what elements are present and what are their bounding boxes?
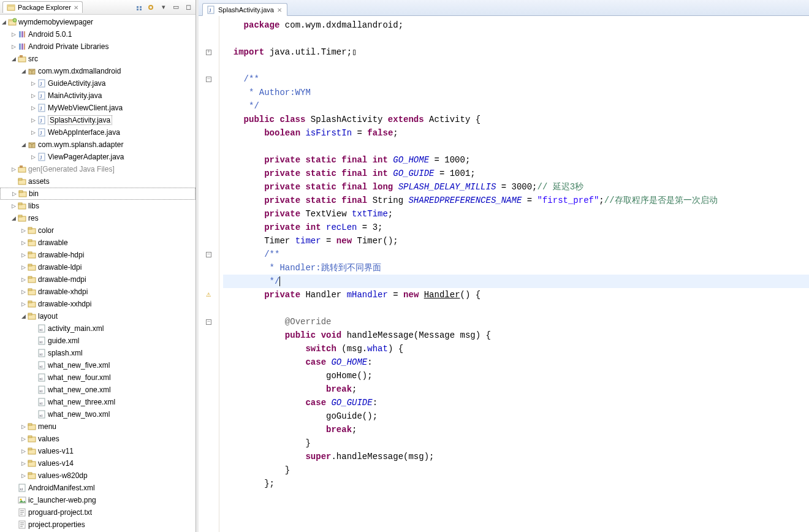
gutter-mark[interactable] bbox=[199, 113, 219, 126]
gutter-mark[interactable] bbox=[199, 153, 219, 167]
tree-item[interactable]: ▷drawable-hdpi bbox=[0, 249, 196, 261]
gutter-mark[interactable] bbox=[199, 342, 219, 355]
explorer-tab-close-icon[interactable]: ✕ bbox=[74, 4, 78, 11]
chevron-right-icon[interactable]: ▷ bbox=[20, 288, 27, 295]
gutter-mark[interactable] bbox=[199, 32, 219, 45]
tree-item[interactable]: ▷drawable-ldpi bbox=[0, 261, 196, 273]
gutter-mark[interactable]: − bbox=[199, 248, 219, 261]
chevron-right-icon[interactable]: ▷ bbox=[20, 447, 27, 455]
maximize-icon[interactable]: ◻ bbox=[183, 2, 193, 12]
chevron-right-icon[interactable]: ▷ bbox=[29, 92, 37, 99]
code-line[interactable]: private static final int GO_GUIDE = 1001… bbox=[223, 167, 809, 180]
chevron-down-icon[interactable]: ◢ bbox=[20, 67, 27, 75]
code-line[interactable]: */ bbox=[223, 99, 809, 113]
tree-item[interactable]: xiwhat_new_three.xml bbox=[0, 396, 196, 408]
chevron-down-icon[interactable]: ◢ bbox=[20, 141, 27, 148]
chevron-down-icon[interactable]: ◢ bbox=[0, 18, 7, 26]
gutter-mark[interactable] bbox=[199, 423, 219, 436]
chevron-down-icon[interactable]: ◢ bbox=[10, 215, 17, 222]
code-line[interactable]: * Handler:跳转到不同界面 bbox=[223, 261, 809, 275]
tree-item[interactable]: assets bbox=[0, 175, 196, 188]
tree-item[interactable]: ▷drawable-xhdpi bbox=[0, 286, 196, 298]
code-line[interactable]: case GO_HOME: bbox=[223, 355, 809, 369]
tree-item[interactable]: ◢wymdemobyviewpager bbox=[0, 16, 196, 28]
tree-item[interactable]: ▷libs bbox=[0, 200, 196, 212]
tree-item[interactable]: ▷values-w820dp bbox=[0, 469, 196, 482]
chevron-right-icon[interactable]: ▷ bbox=[20, 227, 27, 234]
gutter-mark[interactable]: − bbox=[199, 315, 219, 329]
tree-item[interactable]: ▷menu bbox=[0, 420, 196, 433]
tree-item[interactable]: ▷drawable-xxhdpi bbox=[0, 298, 196, 310]
editor-tab-close-icon[interactable]: ✕ bbox=[277, 7, 282, 13]
code-line[interactable]: } bbox=[223, 463, 809, 477]
tree-item[interactable]: xiguide.xml bbox=[0, 335, 196, 347]
tree-item[interactable]: ▷values-v11 bbox=[0, 445, 196, 457]
chevron-right-icon[interactable]: ▷ bbox=[10, 43, 17, 50]
explorer-tree[interactable]: ◢wymdemobyviewpager▷Android 5.0.1▷Androi… bbox=[0, 15, 196, 532]
tree-item[interactable]: ▷bin bbox=[0, 188, 196, 200]
gutter-mark[interactable] bbox=[199, 99, 219, 113]
tree-item[interactable]: ▷drawable-mdpi bbox=[0, 273, 196, 286]
tree-item[interactable]: xiactivity_main.xml bbox=[0, 322, 196, 335]
gutter-mark[interactable]: ⚠ bbox=[199, 288, 219, 302]
code-line[interactable]: } bbox=[223, 436, 809, 450]
tree-item[interactable]: ▷JMyWebViewClient.java bbox=[0, 102, 196, 114]
code-line[interactable]: goHome(); bbox=[223, 369, 809, 382]
tree-item[interactable]: ▷JWebAppInterface.java bbox=[0, 126, 196, 139]
tree-item[interactable]: xiwhat_new_one.xml bbox=[0, 384, 196, 396]
code-line[interactable] bbox=[223, 32, 809, 45]
tree-item[interactable]: ▷Android Private Libraries bbox=[0, 40, 196, 53]
view-menu-icon[interactable]: ▾ bbox=[159, 2, 169, 12]
chevron-right-icon[interactable]: ▷ bbox=[20, 251, 27, 259]
code-line[interactable]: private static final int GO_HOME = 1000; bbox=[223, 153, 809, 167]
gutter-mark[interactable] bbox=[199, 450, 219, 463]
tree-item[interactable]: ic_launcher-web.png bbox=[0, 494, 196, 506]
gutter-mark[interactable] bbox=[199, 221, 219, 234]
gutter-mark[interactable]: − bbox=[199, 72, 219, 86]
gutter-mark[interactable] bbox=[199, 180, 219, 194]
gutter-mark[interactable] bbox=[199, 490, 219, 504]
gutter-mark[interactable] bbox=[199, 86, 219, 99]
tree-item[interactable]: project.properties bbox=[0, 519, 196, 531]
chevron-right-icon[interactable]: ▷ bbox=[20, 423, 27, 430]
chevron-right-icon[interactable]: ▷ bbox=[20, 460, 27, 467]
chevron-right-icon[interactable]: ▷ bbox=[10, 31, 17, 38]
chevron-right-icon[interactable]: ▷ bbox=[29, 153, 37, 161]
gutter-mark[interactable] bbox=[199, 463, 219, 477]
gutter-mark[interactable] bbox=[199, 126, 219, 140]
code-line[interactable]: super.handleMessage(msg); bbox=[223, 450, 809, 463]
tree-item[interactable]: ▷JMainActivity.java bbox=[0, 89, 196, 102]
chevron-right-icon[interactable]: ▷ bbox=[29, 104, 37, 112]
editor-tab-splashactivity[interactable]: J SplashActivity.java ✕ bbox=[202, 3, 287, 16]
chevron-right-icon[interactable]: ▷ bbox=[10, 165, 17, 173]
gutter-mark[interactable] bbox=[199, 396, 219, 409]
code-area[interactable]: package com.wym.dxdmallandroid; import j… bbox=[219, 16, 809, 532]
tree-item[interactable]: ▷Android 5.0.1 bbox=[0, 28, 196, 40]
gutter-mark[interactable] bbox=[199, 140, 219, 153]
chevron-right-icon[interactable]: ▷ bbox=[20, 300, 27, 308]
code-line[interactable]: switch (msg.what) { bbox=[223, 342, 809, 355]
code-line[interactable]: */ bbox=[223, 275, 809, 288]
code-line[interactable]: case GO_GUIDE: bbox=[223, 396, 809, 409]
code-line[interactable]: private static final String SHAREDPREFER… bbox=[223, 194, 809, 207]
chevron-right-icon[interactable]: ▷ bbox=[20, 264, 27, 271]
code-line[interactable]: break; bbox=[223, 423, 809, 436]
gutter-mark[interactable] bbox=[199, 436, 219, 450]
tree-item[interactable]: ◢res bbox=[0, 212, 196, 224]
gutter-mark[interactable] bbox=[199, 194, 219, 207]
tree-item[interactable]: xiwhat_new_two.xml bbox=[0, 408, 196, 420]
tree-item[interactable]: ▷JSplashActivity.java bbox=[0, 114, 196, 126]
tree-item[interactable]: xiAndroidManifest.xml bbox=[0, 482, 196, 494]
code-line[interactable]: /** bbox=[223, 248, 809, 261]
minimize-icon[interactable]: ▭ bbox=[171, 2, 181, 12]
code-line[interactable]: break; bbox=[223, 382, 809, 396]
tree-item[interactable]: ▷drawable bbox=[0, 237, 196, 249]
tree-item[interactable]: ◢com.wym.dxdmallandroid bbox=[0, 65, 196, 77]
code-line[interactable]: private static final long SPLASH_DELAY_M… bbox=[223, 180, 809, 194]
tree-item[interactable]: ◢layout bbox=[0, 310, 196, 322]
gutter-mark[interactable] bbox=[199, 382, 219, 396]
chevron-right-icon[interactable]: ▷ bbox=[29, 116, 37, 124]
tree-item[interactable]: ▷gen [Generated Java Files] bbox=[0, 163, 196, 175]
tree-item[interactable]: ◢com.wym.splansh.adapter bbox=[0, 139, 196, 151]
code-line[interactable]: package com.wym.dxdmallandroid; bbox=[223, 18, 809, 32]
